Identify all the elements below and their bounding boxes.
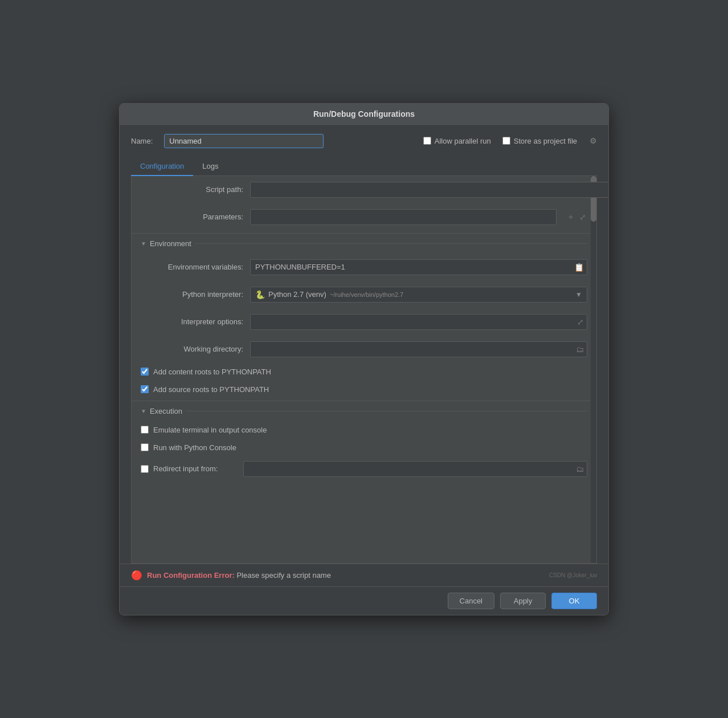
title-text: Run/Debug Configurations bbox=[313, 109, 415, 119]
name-row: Name: Allow parallel run Store as projec… bbox=[131, 134, 597, 148]
working-directory-input-wrap: 🗂 bbox=[250, 341, 587, 357]
env-variables-label: Environment variables: bbox=[141, 263, 243, 271]
tab-configuration[interactable]: Configuration bbox=[131, 157, 193, 176]
store-project-checkbox[interactable]: Store as project file bbox=[502, 137, 577, 145]
folder2-icon[interactable]: 🗂 bbox=[576, 345, 584, 354]
emulate-terminal-row: Emulate terminal in output console bbox=[132, 421, 596, 439]
redirect-input-label[interactable]: Redirect input from: bbox=[153, 464, 239, 473]
store-project-label: Store as project file bbox=[514, 137, 577, 145]
emulate-terminal-label[interactable]: Emulate terminal in output console bbox=[153, 426, 267, 434]
edit-icon[interactable]: 📋 bbox=[574, 263, 584, 272]
run-python-console-checkbox[interactable] bbox=[141, 443, 149, 451]
add-source-roots-label[interactable]: Add source roots to PYTHONPATH bbox=[153, 385, 269, 394]
working-directory-row: Working directory: 🗂 bbox=[132, 336, 596, 363]
dialog-title: Run/Debug Configurations bbox=[120, 104, 608, 125]
chevron-down-icon: ▼ bbox=[575, 291, 582, 299]
config-content-area: Script path: 🗂 ▼ Parameters: ＋ ⤢ bbox=[131, 176, 597, 564]
run-python-console-row: Run with Python Console bbox=[132, 439, 596, 456]
redirect-input-row: Redirect input from: 🗂 bbox=[132, 456, 596, 482]
scrollbar-track bbox=[591, 176, 596, 563]
python-interpreter-select[interactable]: 🐍 Python 2.7 (venv) ~/ruihe/venv/bin/pyt… bbox=[250, 287, 587, 303]
env-variables-row: Environment variables: 📋 bbox=[132, 254, 596, 281]
tab-configuration-label: Configuration bbox=[140, 162, 184, 170]
execution-label: Execution bbox=[150, 407, 182, 415]
add-content-roots-row: Add content roots to PYTHONPATH bbox=[132, 363, 596, 381]
parameters-icons: ＋ ⤢ bbox=[566, 211, 587, 223]
script-path-input-wrap: 🗂 bbox=[250, 182, 609, 198]
error-message: Please specify a script name bbox=[236, 571, 330, 580]
python-icon: 🐍 bbox=[255, 290, 265, 299]
parameters-input-wrap bbox=[250, 209, 557, 225]
redirect-input-field[interactable] bbox=[243, 461, 587, 477]
run-python-console-label[interactable]: Run with Python Console bbox=[153, 443, 236, 452]
environment-label: Environment bbox=[150, 239, 191, 248]
python-version-label: Python 2.7 (venv) bbox=[268, 290, 326, 299]
interpreter-options-input[interactable] bbox=[250, 314, 587, 330]
run-debug-dialog: Run/Debug Configurations Name: Allow par… bbox=[119, 103, 609, 615]
ok-button[interactable]: OK bbox=[551, 593, 597, 609]
allow-parallel-input[interactable] bbox=[423, 137, 431, 145]
parameters-label: Parameters: bbox=[141, 213, 243, 221]
add-source-roots-row: Add source roots to PYTHONPATH bbox=[132, 381, 596, 398]
name-input[interactable] bbox=[164, 134, 324, 148]
add-content-roots-label[interactable]: Add content roots to PYTHONPATH bbox=[153, 368, 271, 376]
python-interpreter-label: Python interpreter: bbox=[141, 290, 243, 299]
gear-icon[interactable]: ⚙ bbox=[590, 136, 597, 145]
name-label: Name: bbox=[131, 137, 153, 145]
folder3-icon[interactable]: 🗂 bbox=[576, 464, 584, 474]
env-collapse-arrow[interactable]: ▼ bbox=[141, 240, 146, 247]
python-interpreter-row: Python interpreter: 🐍 Python 2.7 (venv) … bbox=[132, 281, 596, 308]
script-path-label: Script path: bbox=[141, 185, 243, 194]
tab-logs[interactable]: Logs bbox=[193, 157, 227, 176]
error-prefix: Run Configuration Error: bbox=[147, 571, 235, 580]
emulate-terminal-checkbox[interactable] bbox=[141, 426, 149, 434]
dialog-footer: Cancel Apply OK bbox=[120, 586, 608, 615]
python-path: ~/ruihe/venv/bin/python2.7 bbox=[330, 291, 403, 298]
working-directory-input[interactable] bbox=[250, 341, 587, 357]
expand-icon[interactable]: ⤢ bbox=[578, 211, 587, 223]
exec-section-line bbox=[186, 411, 587, 411]
env-variables-input-wrap: 📋 bbox=[250, 259, 587, 275]
python-interpreter-value: 🐍 Python 2.7 (venv) ~/ruihe/venv/bin/pyt… bbox=[255, 290, 403, 299]
allow-parallel-checkbox[interactable]: Allow parallel run bbox=[423, 137, 491, 145]
env-variables-input[interactable] bbox=[250, 259, 587, 275]
error-text: Run Configuration Error: Please specify … bbox=[147, 571, 331, 580]
parameters-row: Parameters: ＋ ⤢ bbox=[132, 203, 596, 231]
expand2-icon[interactable]: ⤢ bbox=[577, 317, 584, 327]
interpreter-options-input-wrap: ⤢ bbox=[250, 314, 587, 330]
cancel-button[interactable]: Cancel bbox=[448, 593, 494, 609]
script-path-row: Script path: 🗂 ▼ bbox=[132, 176, 596, 203]
error-icon: 🔴 bbox=[131, 570, 142, 581]
interpreter-options-label: Interpreter options: bbox=[141, 317, 243, 326]
environment-section-header: ▼ Environment bbox=[132, 233, 596, 254]
tabs: Configuration Logs bbox=[131, 157, 597, 176]
watermark: CSDN @Joker_iuv bbox=[549, 572, 597, 578]
plus-icon[interactable]: ＋ bbox=[566, 211, 576, 223]
script-path-input[interactable] bbox=[250, 182, 609, 198]
dialog-body: Name: Allow parallel run Store as projec… bbox=[120, 125, 608, 564]
redirect-input-wrap: 🗂 bbox=[243, 461, 587, 477]
execution-section-header: ▼ Execution bbox=[132, 401, 596, 421]
options-group: Allow parallel run Store as project file… bbox=[423, 136, 597, 145]
env-section-line bbox=[195, 243, 587, 244]
add-source-roots-checkbox[interactable] bbox=[141, 385, 149, 393]
allow-parallel-label: Allow parallel run bbox=[435, 137, 491, 145]
add-content-roots-checkbox[interactable] bbox=[141, 368, 149, 376]
interpreter-options-row: Interpreter options: ⤢ bbox=[132, 308, 596, 336]
exec-collapse-arrow[interactable]: ▼ bbox=[141, 408, 146, 414]
working-directory-label: Working directory: bbox=[141, 345, 243, 353]
tab-logs-label: Logs bbox=[202, 162, 218, 170]
store-project-input[interactable] bbox=[502, 137, 510, 145]
parameters-input[interactable] bbox=[250, 209, 557, 225]
error-bar: 🔴 Run Configuration Error: Please specif… bbox=[120, 564, 608, 586]
redirect-input-checkbox[interactable] bbox=[141, 465, 149, 473]
apply-button[interactable]: Apply bbox=[500, 593, 546, 609]
